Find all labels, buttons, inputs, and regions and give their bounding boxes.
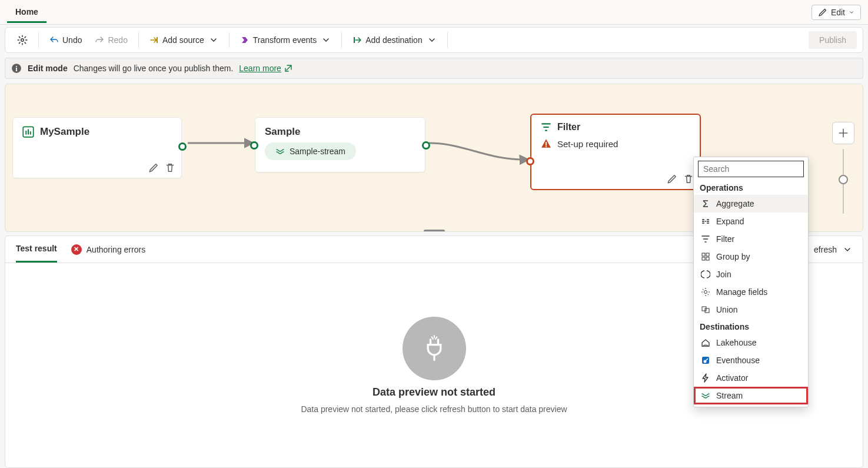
menu-item-join[interactable]: Join (694, 265, 808, 283)
join-icon (701, 270, 710, 279)
edit-button[interactable]: Edit (812, 5, 861, 20)
menu-item-group-by[interactable]: Group by (694, 248, 808, 265)
menu-item-expand[interactable]: Expand (694, 213, 808, 230)
banner-title: Edit mode (28, 64, 68, 73)
node-title: Sample (265, 126, 300, 138)
menu-item-stream[interactable]: Stream (694, 387, 808, 404)
lakehouse-icon (701, 338, 710, 347)
chevron-down-icon (321, 35, 331, 45)
gear-icon (17, 35, 28, 45)
transform-label: Transform events (253, 35, 317, 45)
publish-button[interactable]: Publish (809, 31, 857, 49)
chevron-down-icon (209, 35, 218, 45)
empty-subtitle: Data preview not started, please click r… (301, 404, 567, 414)
settings-button[interactable] (11, 30, 34, 50)
plug-icon (403, 317, 466, 380)
node-filter[interactable]: Filter Set-up required (530, 114, 701, 190)
empty-title: Data preview not started (373, 386, 495, 399)
tab-test-result[interactable]: Test result (16, 236, 57, 263)
menu-item-activator[interactable]: Activator (694, 369, 808, 387)
chevron-down-icon (427, 35, 437, 45)
output-port[interactable] (422, 141, 430, 150)
node-title: MySample (40, 126, 89, 138)
info-icon (11, 63, 22, 74)
pencil-icon (818, 8, 827, 17)
transform-icon (240, 35, 250, 45)
warning-icon (541, 138, 551, 149)
group-icon (701, 252, 710, 261)
add-next-step-menu: Operations Aggregate Expand Filter Group… (693, 157, 809, 407)
add-destination-button[interactable]: Add destination (347, 30, 443, 50)
redo-button[interactable]: Redo (89, 30, 133, 50)
menu-item-eventhouse[interactable]: Eventhouse (694, 351, 808, 369)
banner-message: Changes will go live once you publish th… (74, 64, 234, 73)
filter-icon (541, 122, 551, 132)
undo-label: Undo (62, 35, 82, 45)
union-icon (701, 305, 710, 314)
menu-item-manage-fields[interactable]: Manage fields (694, 283, 808, 301)
filter-icon (701, 234, 710, 244)
menu-item-lakehouse[interactable]: Lakehouse (694, 334, 808, 351)
toolbar: Undo Redo Add source Transform events Ad… (5, 27, 863, 53)
node-sample[interactable]: Sample Sample-stream (255, 117, 425, 172)
add-destination-icon (352, 35, 362, 45)
external-link-icon (284, 64, 293, 73)
output-port[interactable] (178, 142, 187, 151)
add-source-icon (149, 35, 159, 45)
stream-chip[interactable]: Sample-stream (265, 142, 356, 160)
node-title: Filter (557, 122, 580, 132)
expand-icon (701, 217, 710, 226)
trash-icon[interactable] (165, 162, 175, 173)
input-port[interactable] (250, 141, 258, 150)
input-port[interactable] (526, 157, 534, 165)
plus-icon (838, 128, 849, 138)
collapse-panel-button[interactable] (843, 245, 852, 254)
refresh-button[interactable]: efresh (814, 245, 837, 254)
add-source-button[interactable]: Add source (144, 30, 224, 50)
menu-item-filter[interactable]: Filter (694, 230, 808, 248)
pencil-icon[interactable] (148, 162, 159, 173)
trash-icon[interactable] (683, 174, 694, 184)
section-destinations: Destinations (694, 318, 808, 334)
edit-label: Edit (831, 8, 845, 17)
node-mysample[interactable]: MySample (12, 117, 182, 178)
add-source-label: Add source (162, 35, 204, 45)
barchart-icon (22, 126, 34, 138)
pencil-icon[interactable] (667, 174, 677, 184)
stream-icon (275, 147, 285, 156)
undo-icon (49, 35, 59, 45)
redo-icon (95, 35, 104, 45)
learn-more-link[interactable]: Learn more (239, 64, 293, 73)
eventhouse-icon (701, 356, 710, 365)
menu-item-union[interactable]: Union (694, 301, 808, 318)
tab-home[interactable]: Home (7, 1, 46, 23)
edit-mode-banner: Edit mode Changes will go live once you … (5, 58, 863, 79)
add-destination-label: Add destination (365, 35, 423, 45)
add-node-button[interactable] (832, 122, 854, 144)
chevron-down-icon (843, 245, 852, 254)
panel-resize-handle[interactable] (424, 230, 445, 232)
transform-events-button[interactable]: Transform events (234, 30, 337, 50)
menu-item-aggregate[interactable]: Aggregate (694, 195, 808, 213)
stream-icon (701, 391, 710, 400)
redo-label: Redo (108, 35, 127, 45)
chevron-down-icon (849, 9, 854, 15)
section-operations: Operations (694, 180, 808, 195)
zoom-slider[interactable] (843, 149, 844, 214)
warning-text: Set-up required (557, 139, 618, 149)
fields-icon (701, 287, 710, 297)
zoom-knob[interactable] (839, 175, 848, 184)
activator-icon (701, 373, 710, 383)
undo-button[interactable]: Undo (44, 30, 88, 50)
tab-authoring-errors[interactable]: ✕ Authoring errors (71, 236, 145, 263)
sigma-icon (701, 199, 710, 208)
search-input[interactable] (698, 161, 804, 177)
error-icon: ✕ (71, 244, 82, 255)
